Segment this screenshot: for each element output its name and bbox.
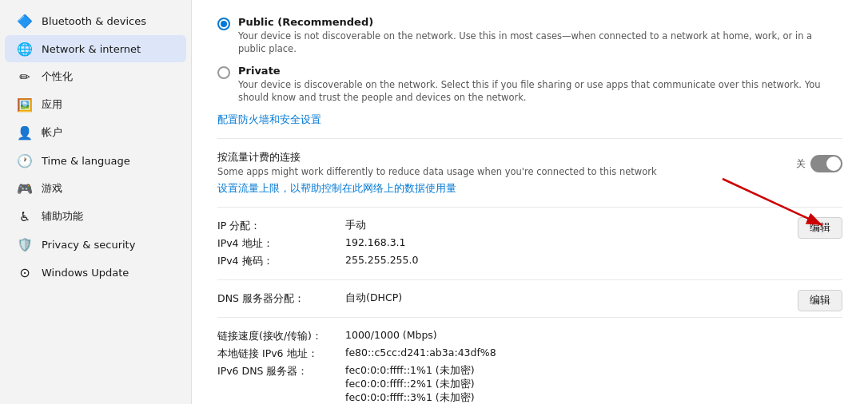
sidebar-label-gaming: 游戏 (42, 181, 62, 196)
public-label: Public (Recommended) (238, 16, 842, 28)
sidebar-label-personalization: 个性化 (42, 69, 73, 84)
link-rows: 链接速度(接收/传输)： 1000/1000 (Mbps) 本地链接 IPv6 … (217, 329, 842, 404)
info-key: DNS 服务器分配： (217, 291, 345, 306)
info-value: fec0:0:0:ffff::1%1 (未加密)fec0:0:0:ffff::2… (345, 364, 842, 404)
metered-link-row: 设置流量上限，以帮助控制在此网络上的数据使用量 (217, 182, 842, 196)
info-row: 链接速度(接收/传输)： 1000/1000 (Mbps) (217, 329, 842, 343)
public-desc: Your device is not discoverable on the n… (238, 30, 842, 55)
ip-edit-button[interactable]: 编辑 (798, 217, 842, 239)
dns-rows: DNS 服务器分配： 自动(DHCP) (217, 291, 842, 306)
metered-link[interactable]: 设置流量上限，以帮助控制在此网络上的数据使用量 (217, 182, 456, 194)
update-icon: ⊙ (18, 265, 32, 279)
info-key: 本地链接 IPv6 地址： (217, 347, 345, 361)
toggle-knob (826, 156, 841, 171)
firewall-link[interactable]: 配置防火墙和安全设置 (217, 113, 321, 125)
ip-rows: IP 分配： 手动 IPv4 地址： 192.168.3.1 IPv4 掩码： … (217, 219, 842, 268)
privacy-icon: 🛡️ (18, 237, 32, 252)
sidebar-item-personalization[interactable]: ✏️ 个性化 (5, 63, 186, 90)
sidebar-label-accessibility: 辅助功能 (42, 209, 83, 224)
sidebar-label-bluetooth: Bluetooth & devices (42, 15, 146, 27)
public-option[interactable]: Public (Recommended) Your device is not … (217, 16, 842, 55)
info-row: IP 分配： 手动 (217, 219, 842, 233)
sidebar-item-bluetooth[interactable]: 🔷 Bluetooth & devices (5, 7, 186, 34)
divider-3 (217, 279, 842, 280)
sidebar-item-update[interactable]: ⊙ Windows Update (5, 259, 186, 286)
network-icon: 🌐 (18, 42, 32, 56)
private-label: Private (238, 65, 842, 77)
metered-toggle[interactable]: 关 (796, 155, 842, 172)
apps-icon: 🖼️ (18, 97, 32, 112)
info-row: IPv4 掩码： 255.255.255.0 (217, 254, 842, 268)
divider-1 (217, 138, 842, 139)
info-key: IPv6 DNS 服务器： (217, 364, 345, 378)
sidebar: 🔷 Bluetooth & devices 🌐 Network & intern… (0, 0, 192, 404)
metered-label-block: 按流量计费的连接 Some apps might work differentl… (217, 150, 657, 177)
accessibility-icon: ♿ (18, 209, 32, 224)
metered-toggle-row: 按流量计费的连接 Some apps might work differentl… (217, 150, 842, 177)
dns-section: DNS 服务器分配： 自动(DHCP) 编辑 (217, 291, 842, 306)
info-value: 192.168.3.1 (345, 236, 842, 248)
ip-section: IP 分配： 手动 IPv4 地址： 192.168.3.1 IPv4 掩码： … (217, 219, 842, 268)
sidebar-item-network[interactable]: 🌐 Network & internet (5, 35, 186, 62)
info-key: IP 分配： (217, 219, 345, 233)
sidebar-label-update: Windows Update (42, 267, 129, 279)
metered-label: 按流量计费的连接 (217, 150, 657, 164)
sidebar-label-network: Network & internet (42, 43, 141, 55)
accounts-icon: 👤 (18, 125, 32, 140)
info-row: IPv6 DNS 服务器：fec0:0:0:ffff::1%1 (未加密)fec… (217, 364, 842, 404)
link-section: 链接速度(接收/传输)： 1000/1000 (Mbps) 本地链接 IPv6 … (217, 329, 842, 404)
info-key: IPv4 地址： (217, 236, 345, 251)
sidebar-label-privacy: Privacy & security (42, 239, 135, 251)
info-value: 255.255.255.0 (345, 254, 842, 266)
sidebar-label-time: Time & language (42, 155, 130, 167)
info-value: 手动 (345, 219, 842, 232)
divider-4 (217, 317, 842, 318)
main-content: Public (Recommended) Your device is not … (192, 0, 868, 404)
public-radio[interactable] (217, 18, 230, 30)
sidebar-item-accessibility[interactable]: ♿ 辅助功能 (5, 203, 186, 230)
gaming-icon: 🎮 (18, 181, 32, 196)
info-value: 自动(DHCP) (345, 291, 842, 305)
private-desc: Your device is discoverable on the netwo… (238, 78, 842, 104)
firewall-link-row: 配置防火墙和安全设置 (217, 113, 842, 127)
sidebar-item-apps[interactable]: 🖼️ 应用 (5, 91, 186, 118)
sidebar-item-gaming[interactable]: 🎮 游戏 (5, 175, 186, 202)
sidebar-label-apps: 应用 (42, 97, 62, 112)
metered-sublabel: Some apps might work differently to redu… (217, 166, 657, 177)
sidebar-item-accounts[interactable]: 👤 帐户 (5, 119, 186, 146)
bluetooth-icon: 🔷 (18, 14, 32, 28)
info-row: 本地链接 IPv6 地址： fe80::c5cc:d241:ab3a:43df%… (217, 347, 842, 361)
toggle-off-text: 关 (796, 157, 806, 171)
sidebar-item-time[interactable]: 🕐 Time & language (5, 147, 186, 174)
dns-edit-button[interactable]: 编辑 (798, 290, 842, 311)
sidebar-item-privacy[interactable]: 🛡️ Privacy & security (5, 231, 186, 258)
info-key: 链接速度(接收/传输)： (217, 329, 345, 343)
info-key: IPv4 掩码： (217, 254, 345, 268)
toggle-switch[interactable] (810, 155, 842, 172)
private-radio[interactable] (217, 66, 230, 79)
private-option[interactable]: Private Your device is discoverable on t… (217, 65, 842, 104)
personalization-icon: ✏️ (18, 69, 32, 84)
info-value: 1000/1000 (Mbps) (345, 329, 842, 341)
info-row: DNS 服务器分配： 自动(DHCP) (217, 291, 842, 306)
sidebar-label-accounts: 帐户 (42, 125, 62, 140)
info-row: IPv4 地址： 192.168.3.1 (217, 236, 842, 251)
divider-2 (217, 207, 842, 208)
time-icon: 🕐 (18, 153, 32, 168)
info-value: fe80::c5cc:d241:ab3a:43df%8 (345, 347, 842, 358)
